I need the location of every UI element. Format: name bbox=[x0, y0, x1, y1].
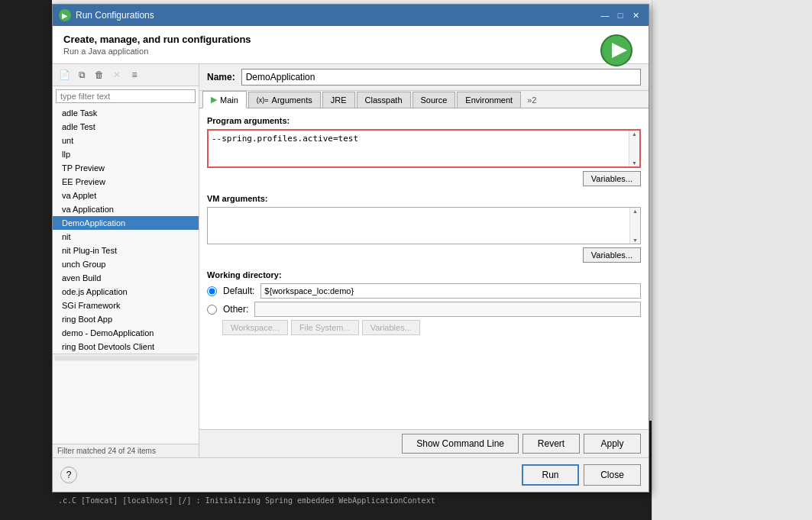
list-item[interactable]: adle Task bbox=[53, 106, 199, 120]
scroll-up-arrow[interactable]: ▲ bbox=[629, 131, 639, 137]
jre-tab-label: JRE bbox=[331, 95, 347, 105]
list-item[interactable]: EE Preview bbox=[53, 175, 199, 189]
help-button[interactable]: ? bbox=[60, 467, 77, 483]
title-left: ▶ Run Configurations bbox=[59, 9, 154, 21]
program-args-scrollbar: ▲ ▼ bbox=[629, 131, 639, 166]
working-dir-section: Working directory: Default: Other: bbox=[207, 270, 641, 335]
collapse-button[interactable]: ≡ bbox=[126, 66, 143, 83]
config-list: adle Task adle Test unt llp TP Preview E… bbox=[53, 106, 199, 354]
other-radio-label: Other: bbox=[223, 304, 248, 315]
list-item[interactable]: unt bbox=[53, 134, 199, 147]
source-tab-label: Source bbox=[421, 95, 448, 105]
list-item[interactable]: va Application bbox=[53, 202, 199, 216]
left-toolbar: 📄 ⧉ 🗑 ✕ ≡ bbox=[53, 64, 199, 86]
close-dialog-button[interactable]: Close bbox=[584, 464, 641, 486]
program-args-container: ▲ ▼ bbox=[207, 129, 641, 168]
list-item[interactable]: SGi Framework bbox=[53, 299, 199, 312]
tab-source[interactable]: Source bbox=[412, 92, 456, 108]
vm-scroll-down-arrow[interactable]: ▼ bbox=[630, 237, 640, 244]
maximize-button[interactable]: □ bbox=[613, 9, 627, 21]
environment-tab-label: Environment bbox=[465, 95, 513, 105]
config-list-scroll: adle Task adle Test unt llp TP Preview E… bbox=[53, 106, 199, 444]
list-item[interactable]: ring Boot Devtools Client bbox=[53, 340, 199, 354]
list-item[interactable]: demo - DemoApplication bbox=[53, 326, 199, 340]
variables-button-2[interactable]: Variables... bbox=[583, 247, 641, 263]
new-config-button[interactable]: 📄 bbox=[56, 66, 73, 83]
list-item[interactable]: nit bbox=[53, 230, 199, 244]
tab-content-main: Program arguments: ▲ ▼ Variables... VM a… bbox=[199, 108, 649, 429]
dialog-header: Create, manage, and run configurations R… bbox=[53, 26, 649, 64]
tab-jre[interactable]: JRE bbox=[322, 92, 355, 108]
tab-arguments[interactable]: (x)= Arguments bbox=[248, 92, 321, 108]
header-title: Create, manage, and run configurations bbox=[63, 34, 638, 45]
filter-input[interactable] bbox=[56, 89, 196, 103]
name-input[interactable] bbox=[241, 69, 641, 86]
dialog-run-icon: ▶ bbox=[59, 9, 71, 21]
minimize-button[interactable]: — bbox=[598, 9, 612, 21]
workspace-button[interactable]: Workspace... bbox=[222, 320, 288, 335]
console-line-6: .c.C [Tomcat] [localhost] [/] : Initiali… bbox=[52, 493, 652, 508]
dialog-titlebar: ▶ Run Configurations — □ ✕ bbox=[53, 5, 649, 26]
tab-environment[interactable]: Environment bbox=[457, 92, 521, 108]
bottom-right: Run Close bbox=[522, 464, 641, 486]
run-button[interactable]: Run bbox=[522, 464, 579, 486]
dir-buttons: Workspace... File System... Variables... bbox=[207, 320, 641, 335]
revert-button[interactable]: Revert bbox=[522, 434, 580, 454]
dialog-body: 📄 ⧉ 🗑 ✕ ≡ adle Task adle Test unt llp TP bbox=[53, 64, 649, 457]
default-radio-row: Default: bbox=[207, 283, 641, 299]
horiz-scroll-track bbox=[54, 356, 197, 360]
name-bar: Name: bbox=[199, 64, 649, 91]
other-dir-input[interactable] bbox=[254, 302, 641, 317]
dialog-title: Run Configurations bbox=[76, 10, 154, 21]
bottom-left: ? bbox=[60, 467, 77, 483]
delete-button[interactable]: 🗑 bbox=[91, 66, 108, 83]
list-item[interactable]: ode.js Application bbox=[53, 285, 199, 299]
tab-classpath[interactable]: Classpath bbox=[357, 92, 411, 108]
run-icon-large bbox=[600, 34, 633, 67]
default-radio[interactable] bbox=[207, 286, 217, 296]
file-system-button[interactable]: File System... bbox=[291, 320, 359, 335]
horiz-scrollbar[interactable] bbox=[53, 354, 199, 361]
filter-button[interactable]: ✕ bbox=[108, 66, 125, 83]
tab-main[interactable]: ▶ Main bbox=[202, 91, 247, 108]
program-args-label: Program arguments: bbox=[207, 116, 641, 125]
list-item[interactable]: TP Preview bbox=[53, 161, 199, 175]
list-item[interactable]: va Applet bbox=[53, 189, 199, 202]
list-item[interactable]: aven Build bbox=[53, 271, 199, 285]
name-label: Name: bbox=[207, 72, 235, 82]
variables-button-3[interactable]: Variables... bbox=[362, 320, 420, 335]
vm-args-label: VM arguments: bbox=[207, 194, 641, 203]
vm-args-textarea[interactable] bbox=[208, 208, 629, 244]
left-panel: 📄 ⧉ 🗑 ✕ ≡ adle Task adle Test unt llp TP bbox=[53, 64, 199, 457]
code-editor-bg bbox=[0, 0, 52, 520]
action-row: Show Command Line Revert Apply bbox=[199, 429, 649, 457]
list-item[interactable]: nit Plug-in Test bbox=[53, 244, 199, 257]
program-args-textarea[interactable] bbox=[209, 131, 629, 166]
tab-more[interactable]: »2 bbox=[522, 92, 541, 108]
variables-button-1[interactable]: Variables... bbox=[583, 171, 641, 186]
classpath-tab-label: Classpath bbox=[365, 95, 403, 105]
list-item-selected[interactable]: DemoApplication bbox=[53, 216, 199, 230]
close-button[interactable]: ✕ bbox=[629, 9, 642, 21]
header-sub: Run a Java application bbox=[63, 47, 638, 56]
filter-status: Filter matched 24 of 24 items bbox=[53, 444, 199, 457]
other-radio[interactable] bbox=[207, 305, 217, 315]
vm-args-container: ▲ ▼ bbox=[207, 207, 641, 244]
list-item[interactable]: llp bbox=[53, 147, 199, 161]
right-panel: Name: ▶ Main (x)= Arguments JRE bbox=[199, 64, 649, 457]
list-item[interactable]: adle Test bbox=[53, 120, 199, 134]
right-sidebar-bg bbox=[652, 0, 812, 520]
main-tab-icon: ▶ bbox=[211, 95, 217, 105]
dialog-bottom: ? Run Close bbox=[53, 457, 649, 492]
scroll-down-arrow[interactable]: ▼ bbox=[629, 160, 639, 166]
show-command-line-button[interactable]: Show Command Line bbox=[402, 434, 519, 454]
arguments-tab-icon: (x)= bbox=[257, 96, 269, 104]
list-item[interactable]: ring Boot App bbox=[53, 312, 199, 326]
duplicate-button[interactable]: ⧉ bbox=[73, 66, 90, 83]
titlebar-controls: — □ ✕ bbox=[598, 9, 642, 21]
default-radio-label: Default: bbox=[223, 286, 254, 296]
vm-scroll-up-arrow[interactable]: ▲ bbox=[630, 208, 640, 215]
apply-button[interactable]: Apply bbox=[584, 434, 641, 454]
tabs-bar: ▶ Main (x)= Arguments JRE Classpath Sour bbox=[199, 91, 649, 108]
list-item[interactable]: unch Group bbox=[53, 257, 199, 271]
